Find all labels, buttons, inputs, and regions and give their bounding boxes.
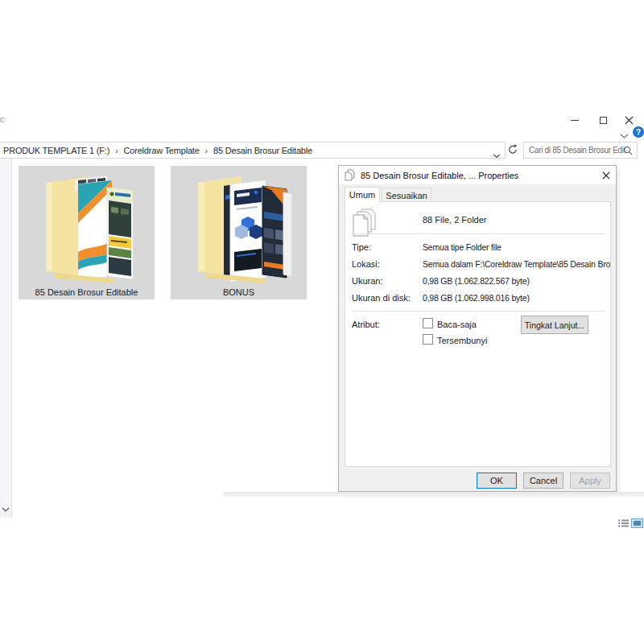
folder-thumbnail-85-desain: [33, 171, 141, 286]
view-thumbnails-button[interactable]: [630, 518, 643, 529]
file-item-bonus[interactable]: BONUS: [171, 166, 307, 299]
breadcrumb-item-drive[interactable]: PRODUK TEMPLATE 1 (F:): [3, 146, 109, 155]
address-dropdown-button[interactable]: [493, 147, 501, 162]
readonly-checkbox[interactable]: [423, 318, 433, 328]
breadcrumb-separator-icon: ›: [109, 146, 123, 155]
dialog-tab-page: 88 File, 2 Folder Tipe: Semua tipe Folde…: [345, 201, 611, 467]
contents-summary: 88 File, 2 Folder: [423, 215, 486, 225]
breadcrumb: PRODUK TEMPLATE 1 (F:) › Coreldraw Templ…: [0, 146, 312, 155]
dialog-close-button[interactable]: [600, 169, 613, 182]
close-icon: [602, 171, 610, 180]
help-button[interactable]: ?: [633, 126, 644, 138]
breadcrumb-item-current[interactable]: 85 Desain Brosur Editable: [213, 146, 312, 155]
screenshot-root: c ? PRODUK TEMPLATE 1 (F:) › Coreldraw T…: [0, 0, 644, 644]
breadcrumb-separator-icon: ›: [200, 146, 213, 155]
nav-pane-scrollbar[interactable]: [0, 159, 12, 518]
dialog-titlebar: 85 Desain Brosur Editable, ... Propertie…: [339, 166, 616, 184]
row-value-lokasi: Semua dalam F:\Coreldraw Template\85 Des…: [423, 259, 611, 269]
row-label-tipe: Tipe:: [352, 242, 371, 252]
properties-dialog-icon: [345, 169, 355, 181]
advanced-button[interactable]: Tingkat Lanjut...: [521, 316, 588, 334]
chevron-down-icon: [493, 154, 501, 159]
close-button[interactable]: [620, 114, 638, 126]
help-icon: ?: [636, 128, 641, 137]
cancel-button[interactable]: Cancel: [523, 473, 564, 489]
address-bar[interactable]: PRODUK TEMPLATE 1 (F:) › Coreldraw Templ…: [0, 142, 506, 159]
dialog-title: 85 Desain Brosur Editable, ... Propertie…: [361, 171, 518, 180]
dialog-shadow: [223, 492, 644, 497]
row-value-tipe: Semua tipe Folder file: [423, 242, 502, 252]
search-input-value: Cari di 85 Desain Brosur Edita...: [529, 146, 625, 155]
scroll-down-icon[interactable]: [2, 507, 10, 513]
separator: [352, 233, 605, 234]
search-icon: [623, 146, 633, 155]
ok-button[interactable]: OK: [477, 473, 517, 489]
file-item-label: 85 Desain Brosur Editable: [19, 287, 155, 297]
row-value-ukuran-disk: 0,98 GB (1.062.998.016 byte): [423, 293, 530, 303]
search-input[interactable]: Cari di 85 Desain Brosur Edita...: [523, 142, 638, 159]
tab-sesuaikan[interactable]: Sesuaikan: [382, 188, 431, 202]
details-view-icon: [618, 518, 629, 528]
maximize-icon: [600, 117, 607, 124]
row-value-ukuran: 0,98 GB (1.062.822.567 byte): [423, 276, 530, 286]
row-label-ukuran-disk: Ukuran di disk:: [352, 293, 411, 303]
file-item-label: BONUS: [171, 287, 307, 297]
folder-thumbnail-bonus: [185, 171, 293, 286]
hidden-checkbox-label[interactable]: Tersembunyi: [437, 336, 487, 345]
refresh-button[interactable]: [507, 144, 520, 157]
file-item-85-desain[interactable]: 85 Desain Brosur Editable: [19, 166, 155, 299]
hidden-checkbox[interactable]: [423, 334, 433, 345]
window-title-remnant: c: [0, 115, 4, 124]
chevron-down-icon: [620, 134, 629, 139]
readonly-checkbox-label[interactable]: Baca-saja: [437, 320, 477, 329]
row-label-ukuran: Ukuran:: [352, 276, 383, 286]
separator: [352, 311, 605, 312]
close-icon: [625, 116, 634, 125]
row-label-lokasi: Lokasi:: [352, 259, 380, 269]
attributes-label: Atribut:: [352, 320, 380, 329]
view-details-button[interactable]: [617, 518, 630, 529]
minimize-icon: [571, 120, 579, 121]
breadcrumb-item-folder[interactable]: Coreldraw Template: [124, 146, 200, 155]
minimize-button[interactable]: [566, 114, 584, 126]
tab-umum[interactable]: Umum: [345, 187, 380, 202]
maximize-button[interactable]: [594, 114, 612, 126]
ribbon-collapse-button[interactable]: [620, 128, 629, 142]
thumbnails-view-icon: [631, 518, 643, 528]
refresh-icon: [507, 144, 518, 155]
apply-button[interactable]: Apply: [570, 473, 610, 489]
properties-dialog: 85 Desain Brosur Editable, ... Propertie…: [338, 165, 617, 492]
